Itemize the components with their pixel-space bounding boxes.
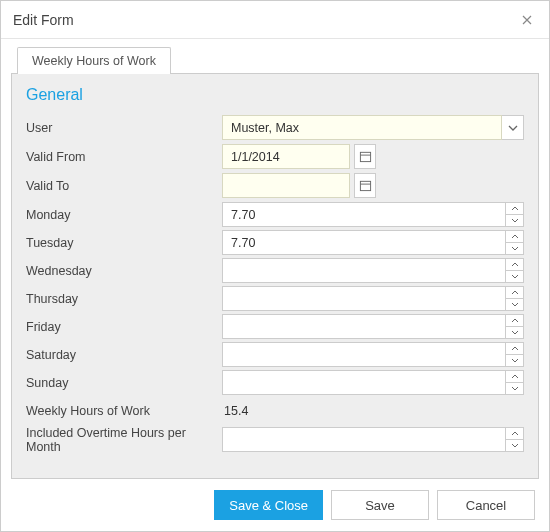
label-thursday: Thursday [26,292,222,306]
tab-weekly-hours[interactable]: Weekly Hours of Work [17,47,171,74]
saturday-spin-down[interactable] [506,355,523,366]
valid-from-calendar-button[interactable] [354,144,376,169]
friday-spin-down[interactable] [506,327,523,338]
cancel-button[interactable]: Cancel [437,490,535,520]
thursday-spin-down[interactable] [506,299,523,310]
save-close-button[interactable]: Save & Close [214,490,323,520]
chevron-up-icon [511,262,519,267]
overtime-input[interactable] [222,427,506,452]
monday-spin-down[interactable] [506,215,523,226]
label-monday: Monday [26,208,222,222]
monday-input[interactable] [222,202,506,227]
thursday-spin-up[interactable] [506,287,523,299]
tuesday-spin-up[interactable] [506,231,523,243]
label-tuesday: Tuesday [26,236,222,250]
calendar-icon [359,150,372,163]
wednesday-spin-down[interactable] [506,271,523,282]
chevron-down-icon [511,443,519,448]
edit-form-window: Edit Form Weekly Hours of Work General U… [0,0,550,532]
label-saturday: Saturday [26,348,222,362]
chevron-up-icon [511,346,519,351]
svg-rect-0 [360,152,370,161]
valid-to-input[interactable] [222,173,350,198]
label-overtime: Included Overtime Hours per Month [26,426,222,454]
chevron-down-icon [511,274,519,279]
chevron-up-icon [511,206,519,211]
chevron-up-icon [511,318,519,323]
overtime-spin-down[interactable] [506,440,523,451]
titlebar: Edit Form [1,1,549,39]
user-input[interactable] [222,115,502,140]
chevron-up-icon [511,234,519,239]
saturday-spin-up[interactable] [506,343,523,355]
chevron-down-icon [511,386,519,391]
friday-spin-up[interactable] [506,315,523,327]
label-wednesday: Wednesday [26,264,222,278]
tuesday-input[interactable] [222,230,506,255]
valid-from-input[interactable] [222,144,350,169]
label-sunday: Sunday [26,376,222,390]
chevron-down-icon [511,246,519,251]
valid-to-calendar-button[interactable] [354,173,376,198]
window-title: Edit Form [13,12,517,28]
form-panel: General User Valid From Valid To [11,73,539,479]
close-button[interactable] [517,10,537,30]
sunday-input[interactable] [222,370,506,395]
chevron-down-icon [511,218,519,223]
weekly-hours-value: 15.4 [222,404,524,418]
tuesday-spin-down[interactable] [506,243,523,254]
user-dropdown-button[interactable] [502,115,524,140]
chevron-down-icon [511,330,519,335]
chevron-down-icon [511,302,519,307]
tab-row: Weekly Hours of Work [1,39,549,73]
wednesday-input[interactable] [222,258,506,283]
save-button[interactable]: Save [331,490,429,520]
chevron-down-icon [511,358,519,363]
footer: Save & Close Save Cancel [1,479,549,531]
friday-input[interactable] [222,314,506,339]
saturday-input[interactable] [222,342,506,367]
sunday-spin-down[interactable] [506,383,523,394]
thursday-input[interactable] [222,286,506,311]
overtime-spin-up[interactable] [506,428,523,440]
svg-rect-8 [360,181,370,190]
close-icon [522,15,532,25]
section-title-general: General [26,86,524,104]
monday-spin-up[interactable] [506,203,523,215]
label-user: User [26,121,222,135]
sunday-spin-up[interactable] [506,371,523,383]
label-weekly-hours: Weekly Hours of Work [26,404,222,418]
chevron-up-icon [511,431,519,436]
label-friday: Friday [26,320,222,334]
calendar-icon [359,179,372,192]
label-valid-to: Valid To [26,179,222,193]
chevron-up-icon [511,374,519,379]
wednesday-spin-up[interactable] [506,259,523,271]
label-valid-from: Valid From [26,150,222,164]
chevron-up-icon [511,290,519,295]
chevron-down-icon [508,123,518,133]
